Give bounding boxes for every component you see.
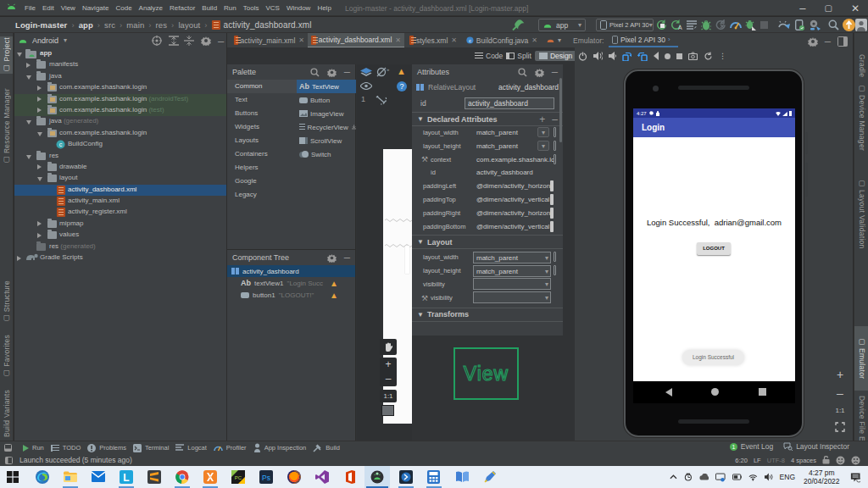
svg-text:»: » (387, 67, 390, 72)
svg-text:c: c (469, 38, 471, 43)
svg-text:PC: PC (235, 475, 242, 480)
svg-text:c: c (59, 141, 63, 148)
svg-text:A: A (678, 25, 682, 30)
svg-text:Ps: Ps (262, 474, 270, 482)
svg-text:L: L (123, 472, 129, 484)
svg-text:?: ? (399, 82, 403, 91)
